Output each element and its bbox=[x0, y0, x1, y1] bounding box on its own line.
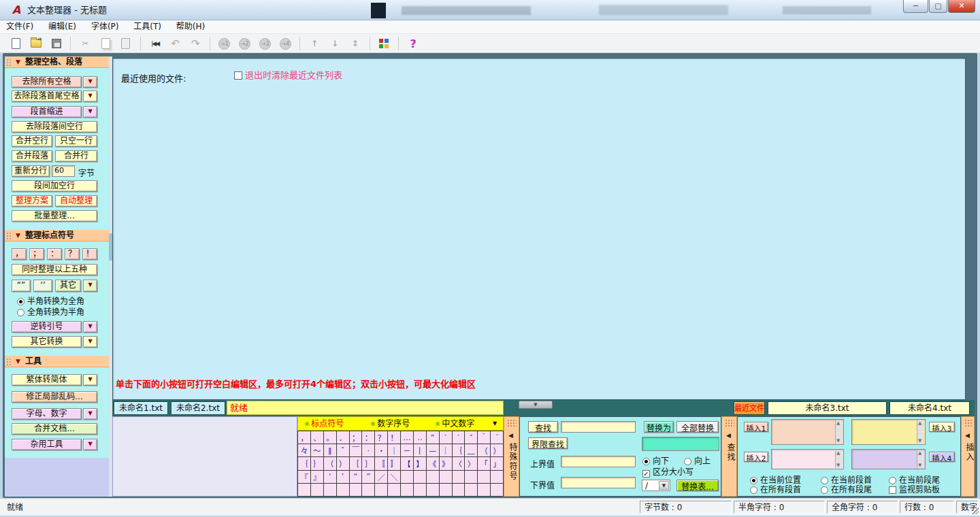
jump-editor1-icon[interactable]: →1 bbox=[216, 35, 233, 52]
symbol-cell[interactable]: 」 bbox=[491, 457, 504, 470]
search-down-radio[interactable]: 向下 bbox=[642, 457, 669, 466]
halfwidth-to-fullwidth-radio[interactable]: 半角转换为全角 bbox=[17, 297, 84, 306]
symbol-cell[interactable]: ？ bbox=[375, 431, 388, 444]
symbol-cell[interactable]: ‵ bbox=[453, 431, 466, 444]
symbol-cell[interactable]: ・ bbox=[375, 444, 388, 457]
drag-grip-icon[interactable] bbox=[507, 419, 517, 427]
find-input[interactable] bbox=[561, 421, 636, 433]
menu-help[interactable]: 帮助(H) bbox=[170, 20, 211, 33]
editor-area[interactable]: 最近使用的文件: 退出时清除最近文件列表 单击下面的小按钮可打开空白编辑区，最多… bbox=[112, 58, 966, 400]
menu-file[interactable]: 文件(F) bbox=[0, 20, 39, 33]
punct-colon-button[interactable]: ： bbox=[47, 248, 62, 260]
add-blank-line-button[interactable]: 段间加空行 bbox=[12, 180, 97, 192]
symbol-cell[interactable]: 〉 bbox=[465, 457, 478, 470]
replace-all-button[interactable]: 全部替换 bbox=[676, 421, 719, 433]
close-button[interactable]: ✕ bbox=[948, 0, 975, 13]
help-icon[interactable]: ? bbox=[405, 35, 421, 52]
auto-tidy-button[interactable]: 自动整理 bbox=[55, 195, 97, 207]
symbol-cell[interactable] bbox=[401, 484, 414, 497]
indent-paragraph-dropdown[interactable]: ▼ bbox=[83, 106, 97, 118]
insert4-button[interactable]: 插入4 bbox=[929, 452, 955, 462]
symbol-cell[interactable]: ″ bbox=[465, 431, 478, 444]
drag-grip-icon[interactable] bbox=[6, 59, 12, 66]
symbol-cell[interactable] bbox=[478, 471, 491, 484]
symbol-cell[interactable] bbox=[414, 471, 427, 484]
fullwidth-to-halfwidth-radio[interactable]: 全角转换为半角 bbox=[17, 308, 84, 317]
symbol-cell[interactable] bbox=[491, 471, 504, 484]
insert3-textarea[interactable] bbox=[851, 419, 926, 445]
symbol-cell[interactable]: ｜ bbox=[440, 444, 453, 457]
symbol-cell[interactable]: ｛ bbox=[298, 457, 311, 470]
symbol-cell[interactable]: ｛ bbox=[453, 444, 466, 457]
symbol-cell[interactable]: ！ bbox=[388, 431, 401, 444]
symbol-cell[interactable]: 》 bbox=[440, 457, 453, 470]
minimize-button[interactable]: ─ bbox=[903, 0, 928, 13]
other-convert-dropdown[interactable]: ▼ bbox=[83, 336, 97, 348]
traditional-to-simplified-button[interactable]: 繁体转简体 bbox=[12, 374, 82, 386]
collapse-left-icon[interactable]: ◀ bbox=[965, 432, 970, 439]
new-file-icon[interactable] bbox=[7, 35, 24, 52]
insert-strip[interactable]: ◀ 插入 bbox=[961, 416, 975, 497]
symbol-cell[interactable] bbox=[440, 471, 453, 484]
copy-icon[interactable] bbox=[97, 35, 114, 52]
symbol-cell[interactable] bbox=[350, 484, 363, 497]
symbol-panel-dropdown[interactable]: ▼ bbox=[493, 417, 497, 431]
misc-tools-button[interactable]: 杂用工具 bbox=[12, 439, 82, 450]
tab-untitled2[interactable]: 未命名2.txt bbox=[171, 401, 225, 415]
symbol-cell[interactable]: ‖ bbox=[324, 444, 337, 457]
symbol-cell[interactable]: 〈 bbox=[453, 457, 466, 470]
match-case-checkbox[interactable]: ✓区分大小写 bbox=[642, 468, 693, 478]
search-up-radio[interactable]: 向上 bbox=[684, 457, 710, 466]
symbol-cell[interactable]: ￣ bbox=[350, 444, 363, 457]
replace-with-input[interactable] bbox=[642, 437, 719, 451]
menu-font[interactable]: 字体(P) bbox=[85, 20, 125, 33]
redo-icon[interactable]: ↷ bbox=[187, 35, 203, 52]
symbol-cell[interactable]: ∣ bbox=[414, 444, 427, 457]
fix-garbled-button[interactable]: 修正局部乱码... bbox=[12, 391, 97, 403]
symbol-cell[interactable] bbox=[337, 484, 350, 497]
collapse-left-icon[interactable]: ◀ bbox=[726, 432, 731, 439]
punct-semicolon-button[interactable]: ； bbox=[29, 248, 44, 260]
symbol-cell[interactable]: ´ bbox=[491, 431, 504, 444]
symbol-cell[interactable]: — bbox=[427, 444, 440, 457]
symbol-cell[interactable] bbox=[478, 484, 491, 497]
symbol-tab-numbering[interactable]: ✳数字序号 bbox=[370, 417, 410, 431]
merge-paragraphs-button[interactable]: 合并段落 bbox=[12, 150, 52, 162]
symbol-cell[interactable] bbox=[298, 484, 311, 497]
tab-untitled4[interactable]: 未命名4.txt bbox=[889, 401, 970, 415]
symbol-cell[interactable]: 々 bbox=[298, 444, 311, 457]
symbol-cell[interactable]: ， bbox=[298, 431, 311, 444]
collapse-left-icon[interactable]: ◀ bbox=[508, 432, 513, 439]
drag-grip-icon[interactable] bbox=[964, 419, 973, 427]
symbol-cell[interactable]: （ bbox=[324, 457, 337, 470]
move-down-icon[interactable]: ↓ bbox=[327, 35, 343, 52]
symbol-cell[interactable] bbox=[465, 471, 478, 484]
single-quote-button[interactable]: ‘’ bbox=[33, 280, 52, 292]
empty-editor-slot[interactable] bbox=[112, 416, 297, 497]
reverse-quotes-dropdown[interactable]: ▼ bbox=[83, 321, 97, 333]
insert1-button[interactable]: 插入1 bbox=[744, 422, 768, 432]
insert-at-para-end-radio[interactable]: 在当前段尾 bbox=[889, 476, 940, 485]
insert2-textarea[interactable] bbox=[771, 449, 844, 469]
symbol-cell[interactable]: 。 bbox=[324, 431, 337, 444]
tab-recent-files[interactable]: 最近文件 bbox=[734, 401, 765, 415]
letters-digits-button[interactable]: 字母、数字 bbox=[12, 408, 82, 420]
symbol-cell[interactable]: ‘ bbox=[324, 471, 337, 484]
replace-table-button[interactable]: 替换表... bbox=[676, 480, 719, 491]
rewrap-bytes-input[interactable]: 60 bbox=[52, 165, 75, 177]
save-file-icon[interactable] bbox=[48, 35, 65, 52]
punct-comma-button[interactable]: ， bbox=[12, 248, 27, 260]
go-first-icon[interactable]: |◀◀ bbox=[147, 35, 163, 52]
trim-paragraph-spaces-dropdown[interactable]: ▼ bbox=[83, 90, 97, 102]
jump-editor4-icon[interactable]: →4 bbox=[277, 35, 293, 52]
find-button[interactable]: 查找 bbox=[528, 421, 558, 433]
tidy-scheme-button[interactable]: 整理方案 bbox=[12, 195, 52, 207]
symbol-cell[interactable]: ’ bbox=[337, 471, 350, 484]
symbol-cell[interactable]: ］ bbox=[362, 457, 375, 470]
letters-digits-dropdown[interactable]: ▼ bbox=[83, 408, 97, 420]
batch-tidy-button[interactable]: 批量整理... bbox=[12, 210, 97, 222]
symbol-cell[interactable]: － bbox=[401, 444, 414, 457]
symbol-cell[interactable]: 、 bbox=[311, 431, 324, 444]
symbol-cell[interactable] bbox=[311, 484, 324, 497]
paste-icon[interactable] bbox=[118, 35, 134, 52]
